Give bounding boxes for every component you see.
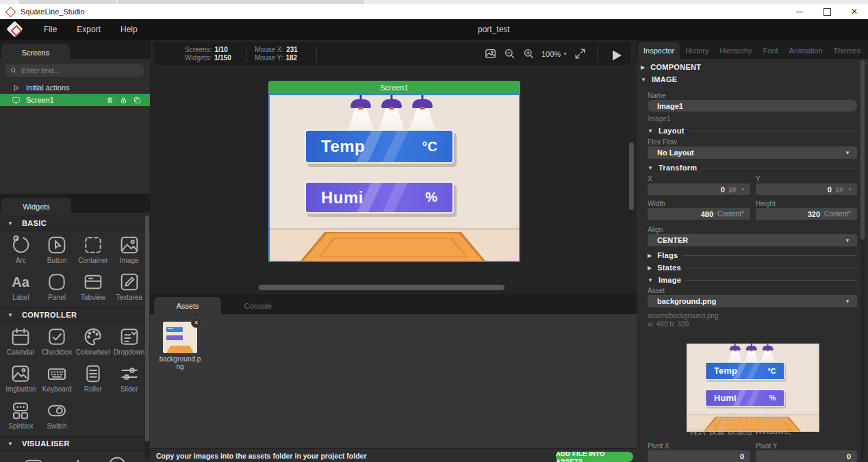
humi-label: Humi <box>714 393 737 403</box>
widget-label[interactable]: AaLabel <box>3 271 39 305</box>
initial-actions-row[interactable]: Initial actions <box>0 81 150 94</box>
menu-help[interactable]: Help <box>120 25 138 34</box>
zoom-in-icon[interactable] <box>522 47 535 60</box>
minimize-button[interactable] <box>786 4 813 19</box>
widget-imgbutton[interactable]: Imgbutton <box>3 363 39 397</box>
dropdown-icon <box>118 326 140 348</box>
thumb-humi-bar <box>166 335 183 340</box>
screens-panel: Enter text... Initial actions Screen1 <box>0 59 150 194</box>
duplicate-icon[interactable] <box>133 96 142 105</box>
search-icon <box>10 66 18 75</box>
screen1-canvas[interactable]: Temp °C Humi % <box>268 94 520 262</box>
tab-history[interactable]: History <box>680 42 714 59</box>
add-file-into-assets-button[interactable]: ADD FILE INTO ASSETS <box>556 452 633 462</box>
asset-thumbnail[interactable]: ✕ <box>163 322 197 353</box>
widget-textarea[interactable]: Textarea <box>111 271 147 305</box>
pivot-x-label: Pivot X <box>648 442 669 450</box>
widget-image[interactable]: Image <box>111 234 147 268</box>
temp-panel[interactable]: Temp °C <box>705 362 784 381</box>
widget-calendar[interactable]: Calendar <box>3 326 39 360</box>
component-section-header[interactable]: ▶COMPONENT <box>641 63 701 71</box>
assets-hint: Copy your images into the assets folder … <box>156 452 366 460</box>
widget-dropdown[interactable]: Dropdown <box>111 326 147 360</box>
widget-chart[interactable] <box>54 454 96 462</box>
screen1-canvas-title: Screen1 <box>381 84 409 92</box>
tab-inspector[interactable]: Inspector <box>638 42 680 59</box>
asset-preview-image: Temp °C Humi % <box>687 344 819 433</box>
tab-animation[interactable]: Animation <box>784 42 828 59</box>
tab-themes[interactable]: Themes <box>828 42 867 59</box>
screen-icon <box>12 96 21 105</box>
widget-keyboard[interactable]: Keyboard <box>39 363 75 397</box>
widget-spinner[interactable] <box>96 454 138 462</box>
width-input[interactable]: 480Content* <box>648 208 750 220</box>
menu-export[interactable]: Export <box>77 25 101 34</box>
y-input[interactable]: 0px▾ <box>756 183 857 195</box>
window-title: SquareLine_Studio <box>21 8 85 16</box>
temp-panel[interactable]: Temp °C <box>305 129 454 164</box>
canvas-horizontal-scrollbar[interactable] <box>259 285 505 290</box>
widget-tabview[interactable]: Tabview <box>75 271 112 305</box>
pivot-x-input[interactable]: 0 <box>648 450 750 462</box>
menu-file[interactable]: File <box>44 25 57 34</box>
tab-hierarchy[interactable]: Hierarchy <box>714 42 757 59</box>
widget-checkbox[interactable]: Checkbox <box>39 326 75 360</box>
flex-flow-dropdown[interactable]: No Layout▼ <box>648 146 857 159</box>
transform-section-header[interactable]: ▼Transform <box>648 164 857 172</box>
widget-panel[interactable]: Panel <box>39 271 75 305</box>
inspector-scrollbar[interactable] <box>860 60 865 461</box>
humi-panel[interactable]: Humi % <box>705 389 784 407</box>
x-input[interactable]: 0px▾ <box>648 183 750 195</box>
widget-switch[interactable]: Switch <box>39 400 75 434</box>
play-button[interactable] <box>608 47 621 60</box>
pivot-y-input[interactable]: 0 <box>756 450 857 462</box>
maximize-button[interactable] <box>813 4 841 19</box>
search-input[interactable]: Enter text... <box>5 64 144 77</box>
arc-icon <box>10 234 31 256</box>
scene-table <box>301 232 485 261</box>
widget-arc[interactable]: Arc <box>3 234 39 268</box>
zoom-out-icon[interactable] <box>503 47 516 60</box>
tab-console[interactable]: Console <box>225 297 292 314</box>
temp-unit: °C <box>422 139 437 155</box>
section-header-controller[interactable]: ▼CONTROLLER <box>0 307 150 322</box>
widget-colorwheel[interactable]: Colorwheel <box>75 326 112 360</box>
height-input[interactable]: 320Content* <box>756 208 857 220</box>
widget-button[interactable]: Button <box>39 234 75 268</box>
pivot-y-label: Pivot Y <box>756 442 778 450</box>
remove-asset-icon[interactable]: ✕ <box>191 318 201 328</box>
humi-panel[interactable]: Humi % <box>305 181 454 214</box>
project-name: port_test <box>478 19 510 40</box>
fit-screen-icon[interactable] <box>574 47 587 60</box>
states-section-header[interactable]: ▶States <box>648 264 857 272</box>
keyboard-icon <box>46 363 68 385</box>
screen1-canvas-header[interactable]: Screen1 <box>268 81 520 94</box>
canvas-vertical-scrollbar[interactable] <box>629 142 634 210</box>
lock-icon[interactable] <box>119 96 128 105</box>
widget-spinbox[interactable]: Spinbox <box>3 400 39 434</box>
widget-roller[interactable]: Roller <box>75 363 112 397</box>
delete-icon[interactable] <box>105 96 114 105</box>
background-image-icon[interactable] <box>484 47 497 60</box>
image-section-header[interactable]: ▼IMAGE <box>641 75 677 84</box>
zoom-level-dropdown[interactable]: 100%▼ <box>541 50 567 58</box>
close-button[interactable]: ✕ <box>841 4 868 19</box>
bar-icon <box>23 454 44 462</box>
section-header-basic[interactable]: ▼BASIC <box>0 216 150 231</box>
widget-grid-controller: CalendarCheckboxColorwheelDropdownImgbut… <box>0 322 150 436</box>
name-input[interactable]: Image1 <box>648 100 857 112</box>
colorwheel-icon <box>82 326 104 348</box>
widget-bar[interactable] <box>12 454 54 462</box>
widget-slider[interactable]: Slider <box>111 363 147 397</box>
widgets-scrollbar[interactable] <box>145 214 149 459</box>
screen1-row[interactable]: Screen1 <box>0 94 150 106</box>
tab-assets[interactable]: Assets <box>154 297 221 314</box>
align-dropdown[interactable]: CENTER▼ <box>648 234 857 246</box>
image-subsection-header[interactable]: ▼Image <box>648 276 857 284</box>
tab-font[interactable]: Font <box>758 42 784 59</box>
section-header-visualiser[interactable]: ▼VISUALISER <box>0 436 150 451</box>
widget-container[interactable]: Container <box>75 234 112 268</box>
asset-dropdown[interactable]: background.png▼ <box>648 295 857 307</box>
layout-section-header[interactable]: ▼Layout <box>648 127 857 135</box>
flags-section-header[interactable]: ▶Flags <box>648 251 857 259</box>
